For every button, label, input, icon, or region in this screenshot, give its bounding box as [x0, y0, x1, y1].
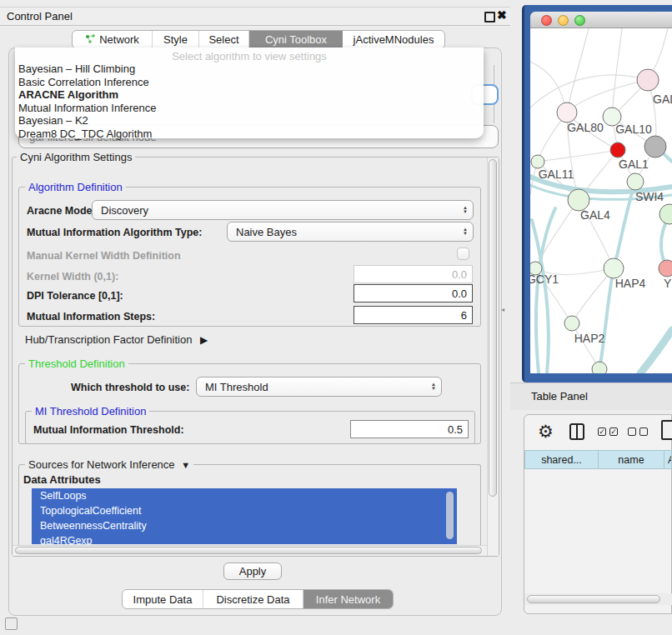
deselect-all-checkbox-icon[interactable]: [628, 428, 636, 436]
column-layout-icon[interactable]: [569, 423, 584, 440]
label-swi4: SWI4: [635, 190, 664, 203]
expand-right-icon: ▶: [195, 334, 208, 346]
table-rows: YDL19...YDL19...13 YDR27...YDR27...12 YB…: [524, 469, 672, 592]
label-hap2: HAP2: [574, 332, 605, 345]
column-header-label: A: [664, 454, 672, 466]
combo-arrows-icon: ▲▼: [458, 206, 473, 214]
label-gal-clipped: GAL: [653, 92, 672, 106]
column-header-name[interactable]: name: [598, 450, 664, 469]
node-green-clipped[interactable]: [659, 204, 672, 224]
node-gal-clipped[interactable]: [637, 69, 659, 91]
dropdown-item-selected[interactable]: ARACNE Algorithm: [15, 88, 484, 102]
tab-select-label: Select: [208, 33, 238, 46]
mi-steps-label: Mutual Information Steps:: [27, 311, 155, 322]
table-panel-title: Table Panel: [531, 390, 588, 402]
tab-cyni-toolbox[interactable]: Cyni Toolbox: [249, 31, 343, 48]
label-gal10: GAL10: [615, 122, 652, 136]
select-all-checkbox-icon[interactable]: ✓: [598, 428, 606, 436]
mi-steps-field[interactable]: 6: [354, 306, 473, 324]
node-hap2[interactable]: [564, 316, 579, 331]
list-item[interactable]: SelfLoops: [32, 488, 457, 503]
tab-style-label: Style: [163, 33, 188, 46]
algorithm-dropdown-placeholder: Select algorithm to view settings: [15, 48, 484, 62]
algorithm-definition-title: Algorithm Definition: [25, 181, 126, 193]
column-header-label: name: [618, 454, 644, 466]
column-header-shared-name[interactable]: shared...: [524, 450, 599, 469]
hub-definition-label: Hub/Transcription Factor Definition: [25, 333, 192, 346]
node-gal11[interactable]: [531, 155, 544, 168]
dropdown-item[interactable]: Bayesian – Hill Climbing: [15, 62, 484, 76]
tab-cyni-toolbox-label: Cyni Toolbox: [265, 33, 327, 46]
apply-button[interactable]: Apply: [223, 562, 282, 580]
tab-impute-data[interactable]: Impute Data: [123, 590, 203, 608]
dropdown-item[interactable]: Mutual Information Inference: [15, 102, 484, 115]
mi-type-combo[interactable]: Naive Bayes ▲▼: [227, 222, 474, 242]
label-gal80: GAL80: [567, 121, 604, 134]
float-window-icon[interactable]: [484, 12, 495, 22]
manual-kernel-checkbox[interactable]: [457, 248, 469, 260]
tab-select[interactable]: Select: [199, 31, 249, 48]
label-gal11: GAL11: [539, 168, 574, 181]
cyni-settings-group-title: Cyni Algorithm Settings: [17, 151, 135, 163]
threshold-definition-title: Threshold Definition: [25, 358, 128, 370]
dock-panel-icon[interactable]: [5, 618, 18, 630]
zoom-traffic-light-icon[interactable]: [574, 15, 585, 26]
cytoscape-app: Control Panel ✖ Network Style Select: [0, 0, 672, 635]
manual-kernel-label: Manual Kernel Width Definition: [27, 250, 181, 262]
node-hap4[interactable]: [604, 258, 624, 278]
attributes-scrollbar-thumb[interactable]: [446, 492, 454, 539]
close-traffic-light-icon[interactable]: [541, 15, 552, 26]
tab-style[interactable]: Style: [153, 31, 199, 48]
tab-impute-data-label: Impute Data: [133, 593, 193, 606]
dpi-tolerance-field[interactable]: 0.0: [354, 284, 473, 302]
node-gal1-selected[interactable]: [610, 142, 625, 158]
list-item[interactable]: TopologicalCoefficient: [32, 503, 457, 518]
dropdown-item[interactable]: Bayesian – K2: [15, 114, 484, 128]
network-window-titlebar[interactable]: [530, 12, 672, 28]
which-threshold-value: MI Threshold: [197, 381, 426, 393]
list-item[interactable]: gal4RGexp: [32, 533, 457, 544]
table-panel-titlebar: Table Panel: [510, 382, 672, 410]
settings-vscrollbar-thumb[interactable]: [489, 159, 497, 497]
dropdown-item[interactable]: Dream8 DC_TDC Algorithm: [15, 128, 484, 141]
tab-network[interactable]: Network: [73, 31, 153, 48]
dpi-tolerance-label: DPI Tolerance [0,1]:: [27, 290, 123, 302]
close-icon[interactable]: ✖: [497, 8, 507, 22]
combo-arrows-icon: ▲▼: [426, 382, 441, 391]
aracne-mode-combo[interactable]: Discovery ▲▼: [92, 200, 474, 220]
data-attributes-list[interactable]: SelfLoops TopologicalCoefficient Between…: [32, 488, 457, 544]
aracne-mode-value: Discovery: [93, 204, 458, 217]
node-salmon-clipped[interactable]: [659, 260, 672, 277]
deselect-all-checkbox-icon[interactable]: [639, 428, 648, 436]
label-hap4: HAP4: [615, 277, 646, 290]
mi-type-value: Naive Bayes: [228, 226, 458, 238]
table-hscrollbar-thumb[interactable]: [527, 595, 660, 603]
tab-jactivemnodules[interactable]: jActiveMNodules: [343, 31, 444, 48]
label-gal4: GAL4: [580, 208, 610, 222]
network-canvas[interactable]: GAL GAL80 GAL10 GAL1 GAL11 SWI4 GAL4 GCY…: [530, 28, 672, 373]
mi-threshold-label: Mutual Information Threshold:: [33, 424, 184, 436]
export-table-icon[interactable]: [661, 420, 672, 440]
tab-discretize-data[interactable]: Discretize Data: [203, 590, 303, 608]
column-header-label: shared...: [541, 454, 582, 466]
tab-infer-network[interactable]: Infer Network: [303, 590, 393, 608]
tab-jactivemnodules-label: jActiveMNodules: [354, 33, 434, 46]
hub-definition-toggle[interactable]: Hub/Transcription Factor Definition ▶: [25, 333, 208, 346]
splitter-handle[interactable]: ◂: [501, 306, 504, 313]
select-all-checkbox-icon[interactable]: ✓: [609, 428, 618, 436]
settings-hscrollbar-thumb[interactable]: [15, 547, 482, 554]
column-header-clipped[interactable]: A: [664, 450, 672, 469]
settings-gear-icon[interactable]: ⚙: [538, 422, 554, 440]
which-threshold-combo[interactable]: MI Threshold ▲▼: [196, 377, 442, 397]
control-panel-tabs: Network Style Select Cyni Toolbox jActiv…: [72, 30, 445, 49]
list-item[interactable]: BetweennessCentrality: [32, 518, 457, 533]
sources-group-toggle[interactable]: Sources for Network Inference ▼: [25, 458, 193, 471]
minimize-traffic-light-icon[interactable]: [558, 15, 569, 26]
node-bottom-clipped[interactable]: [592, 362, 607, 373]
node-swi4[interactable]: [627, 173, 644, 190]
node-gal80[interactable]: [557, 102, 577, 122]
kernel-width-field[interactable]: 0.0: [354, 265, 473, 283]
node-gray[interactable]: [644, 136, 666, 158]
mi-threshold-field[interactable]: 0.5: [350, 420, 469, 438]
dropdown-item[interactable]: Basic Correlation Inference: [15, 76, 484, 89]
